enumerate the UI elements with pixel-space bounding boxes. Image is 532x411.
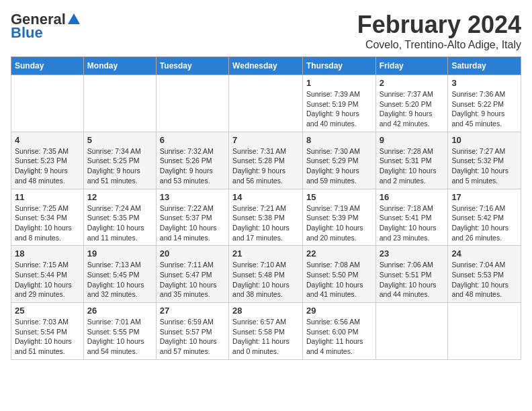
day-number: 3 bbox=[451, 78, 517, 88]
calendar-week-row: 25Sunrise: 7:03 AMSunset: 5:54 PMDayligh… bbox=[11, 303, 521, 360]
day-info: Sunrise: 7:22 AMSunset: 5:37 PMDaylight:… bbox=[160, 203, 225, 243]
day-number: 26 bbox=[87, 306, 152, 316]
day-info: Sunrise: 6:59 AMSunset: 5:57 PMDaylight:… bbox=[160, 317, 225, 357]
day-number: 13 bbox=[160, 192, 225, 202]
day-info: Sunrise: 7:24 AMSunset: 5:35 PMDaylight:… bbox=[87, 203, 152, 243]
calendar-day-cell: 9Sunrise: 7:28 AMSunset: 5:31 PMDaylight… bbox=[375, 132, 448, 189]
day-info: Sunrise: 7:25 AMSunset: 5:34 PMDaylight:… bbox=[15, 203, 80, 243]
day-info: Sunrise: 7:36 AMSunset: 5:22 PMDaylight:… bbox=[451, 89, 517, 129]
day-info: Sunrise: 7:35 AMSunset: 5:23 PMDaylight:… bbox=[15, 146, 80, 186]
calendar-day-cell: 2Sunrise: 7:37 AMSunset: 5:20 PMDaylight… bbox=[375, 75, 448, 132]
day-info: Sunrise: 7:21 AMSunset: 5:38 PMDaylight:… bbox=[232, 203, 299, 243]
calendar-day-header: Sunday bbox=[11, 57, 84, 75]
day-number: 27 bbox=[160, 306, 225, 316]
title-block: February 2024 Covelo, Trentino-Alto Adig… bbox=[357, 11, 521, 51]
calendar-day-cell: 21Sunrise: 7:10 AMSunset: 5:48 PMDayligh… bbox=[229, 246, 303, 303]
calendar-header-row: SundayMondayTuesdayWednesdayThursdayFrid… bbox=[11, 57, 521, 75]
day-number: 17 bbox=[451, 192, 517, 202]
day-info: Sunrise: 7:28 AMSunset: 5:31 PMDaylight:… bbox=[380, 146, 445, 186]
day-info: Sunrise: 7:32 AMSunset: 5:26 PMDaylight:… bbox=[160, 146, 225, 186]
day-number: 7 bbox=[232, 135, 299, 145]
calendar-day-cell bbox=[83, 75, 156, 132]
calendar-day-cell: 24Sunrise: 7:04 AMSunset: 5:53 PMDayligh… bbox=[448, 246, 521, 303]
day-number: 25 bbox=[15, 306, 80, 316]
calendar-week-row: 1Sunrise: 7:39 AMSunset: 5:19 PMDaylight… bbox=[11, 75, 521, 132]
day-info: Sunrise: 7:34 AMSunset: 5:25 PMDaylight:… bbox=[87, 146, 152, 186]
calendar-day-header: Saturday bbox=[448, 57, 521, 75]
calendar-day-cell: 17Sunrise: 7:16 AMSunset: 5:42 PMDayligh… bbox=[448, 189, 521, 246]
day-info: Sunrise: 7:03 AMSunset: 5:54 PMDaylight:… bbox=[15, 317, 80, 357]
day-number: 19 bbox=[87, 248, 152, 259]
day-number: 14 bbox=[232, 192, 299, 202]
month-title: February 2024 bbox=[357, 11, 521, 39]
day-info: Sunrise: 7:16 AMSunset: 5:42 PMDaylight:… bbox=[451, 203, 517, 243]
calendar-day-cell: 1Sunrise: 7:39 AMSunset: 5:19 PMDaylight… bbox=[302, 75, 375, 132]
day-number: 23 bbox=[380, 248, 445, 259]
calendar-table: SundayMondayTuesdayWednesdayThursdayFrid… bbox=[11, 56, 521, 360]
page-header: General Blue February 2024 Covelo, Trent… bbox=[11, 11, 521, 51]
calendar-day-cell: 29Sunrise: 6:56 AMSunset: 6:00 PMDayligh… bbox=[302, 303, 375, 360]
calendar-week-row: 4Sunrise: 7:35 AMSunset: 5:23 PMDaylight… bbox=[11, 132, 521, 189]
calendar-day-cell: 25Sunrise: 7:03 AMSunset: 5:54 PMDayligh… bbox=[11, 303, 84, 360]
calendar-day-header: Friday bbox=[375, 57, 448, 75]
calendar-day-cell: 4Sunrise: 7:35 AMSunset: 5:23 PMDaylight… bbox=[11, 132, 84, 189]
day-number: 11 bbox=[15, 192, 80, 202]
day-number: 9 bbox=[380, 135, 445, 145]
calendar-day-header: Tuesday bbox=[156, 57, 228, 75]
calendar-day-cell: 20Sunrise: 7:11 AMSunset: 5:47 PMDayligh… bbox=[156, 246, 228, 303]
calendar-day-header: Monday bbox=[83, 57, 156, 75]
day-number: 5 bbox=[87, 135, 152, 145]
calendar-body: 1Sunrise: 7:39 AMSunset: 5:19 PMDaylight… bbox=[11, 75, 521, 360]
day-number: 1 bbox=[306, 78, 372, 88]
day-info: Sunrise: 7:30 AMSunset: 5:29 PMDaylight:… bbox=[306, 146, 372, 186]
day-number: 29 bbox=[306, 306, 372, 316]
calendar-day-cell bbox=[448, 303, 521, 360]
calendar-day-cell bbox=[11, 75, 84, 132]
day-info: Sunrise: 7:01 AMSunset: 5:55 PMDaylight:… bbox=[87, 317, 152, 357]
calendar-day-cell: 15Sunrise: 7:19 AMSunset: 5:39 PMDayligh… bbox=[302, 189, 375, 246]
calendar-day-cell: 6Sunrise: 7:32 AMSunset: 5:26 PMDaylight… bbox=[156, 132, 228, 189]
calendar-day-cell: 14Sunrise: 7:21 AMSunset: 5:38 PMDayligh… bbox=[229, 189, 303, 246]
calendar-day-cell: 12Sunrise: 7:24 AMSunset: 5:35 PMDayligh… bbox=[83, 189, 156, 246]
calendar-day-cell: 3Sunrise: 7:36 AMSunset: 5:22 PMDaylight… bbox=[448, 75, 521, 132]
logo-blue-text: Blue bbox=[11, 24, 43, 42]
day-info: Sunrise: 7:31 AMSunset: 5:28 PMDaylight:… bbox=[232, 146, 299, 186]
calendar-day-cell: 13Sunrise: 7:22 AMSunset: 5:37 PMDayligh… bbox=[156, 189, 228, 246]
calendar-day-cell: 18Sunrise: 7:15 AMSunset: 5:44 PMDayligh… bbox=[11, 246, 84, 303]
calendar-day-cell: 27Sunrise: 6:59 AMSunset: 5:57 PMDayligh… bbox=[156, 303, 228, 360]
day-info: Sunrise: 7:13 AMSunset: 5:45 PMDaylight:… bbox=[87, 260, 152, 300]
day-info: Sunrise: 6:56 AMSunset: 6:00 PMDaylight:… bbox=[306, 317, 372, 357]
calendar-day-cell: 10Sunrise: 7:27 AMSunset: 5:32 PMDayligh… bbox=[448, 132, 521, 189]
day-number: 20 bbox=[160, 248, 225, 259]
day-number: 2 bbox=[380, 78, 445, 88]
day-info: Sunrise: 7:39 AMSunset: 5:19 PMDaylight:… bbox=[306, 89, 372, 129]
calendar-day-cell: 5Sunrise: 7:34 AMSunset: 5:25 PMDaylight… bbox=[83, 132, 156, 189]
calendar-day-cell bbox=[156, 75, 228, 132]
calendar-day-cell: 19Sunrise: 7:13 AMSunset: 5:45 PMDayligh… bbox=[83, 246, 156, 303]
day-number: 28 bbox=[232, 306, 299, 316]
calendar-day-cell bbox=[229, 75, 303, 132]
day-number: 6 bbox=[160, 135, 225, 145]
logo: General Blue bbox=[11, 11, 81, 42]
day-info: Sunrise: 7:06 AMSunset: 5:51 PMDaylight:… bbox=[380, 260, 445, 300]
calendar-day-cell: 22Sunrise: 7:08 AMSunset: 5:50 PMDayligh… bbox=[302, 246, 375, 303]
svg-marker-0 bbox=[68, 13, 80, 24]
day-number: 4 bbox=[15, 135, 80, 145]
logo-icon bbox=[66, 12, 81, 27]
calendar-week-row: 18Sunrise: 7:15 AMSunset: 5:44 PMDayligh… bbox=[11, 246, 521, 303]
day-info: Sunrise: 7:10 AMSunset: 5:48 PMDaylight:… bbox=[232, 260, 299, 300]
day-number: 24 bbox=[451, 248, 517, 259]
day-number: 21 bbox=[232, 248, 299, 259]
calendar-day-cell: 28Sunrise: 6:57 AMSunset: 5:58 PMDayligh… bbox=[229, 303, 303, 360]
day-number: 15 bbox=[306, 192, 372, 202]
subtitle: Covelo, Trentino-Alto Adige, Italy bbox=[357, 39, 521, 51]
day-info: Sunrise: 7:37 AMSunset: 5:20 PMDaylight:… bbox=[380, 89, 445, 129]
calendar-day-cell: 23Sunrise: 7:06 AMSunset: 5:51 PMDayligh… bbox=[375, 246, 448, 303]
calendar-day-cell: 11Sunrise: 7:25 AMSunset: 5:34 PMDayligh… bbox=[11, 189, 84, 246]
day-info: Sunrise: 7:27 AMSunset: 5:32 PMDaylight:… bbox=[451, 146, 517, 186]
calendar-day-cell bbox=[375, 303, 448, 360]
calendar-day-header: Thursday bbox=[302, 57, 375, 75]
day-number: 22 bbox=[306, 248, 372, 259]
calendar-day-cell: 7Sunrise: 7:31 AMSunset: 5:28 PMDaylight… bbox=[229, 132, 303, 189]
day-number: 10 bbox=[451, 135, 517, 145]
